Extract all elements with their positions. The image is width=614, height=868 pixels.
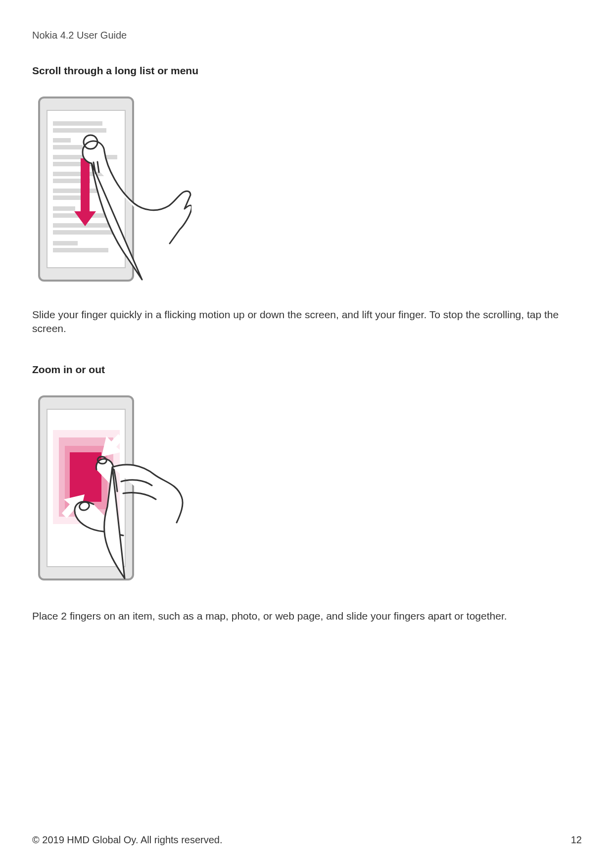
scroll-body-text: Slide your finger quickly in a flicking … (32, 308, 567, 336)
svg-rect-25 (70, 452, 101, 502)
footer-page-number: 12 (571, 834, 582, 846)
svg-rect-15 (53, 230, 115, 235)
section-title-scroll: Scroll through a long list or menu (32, 65, 582, 77)
svg-rect-4 (53, 138, 71, 143)
svg-rect-2 (53, 121, 102, 126)
svg-rect-5 (53, 145, 83, 149)
zoom-gesture-icon (38, 395, 187, 583)
page-footer: © 2019 HMD Global Oy. All rights reserve… (32, 834, 582, 846)
scroll-gesture-icon (38, 96, 191, 282)
svg-rect-17 (53, 248, 108, 252)
svg-rect-16 (53, 241, 78, 245)
document-page: Nokia 4.2 User Guide Scroll through a lo… (0, 0, 614, 868)
zoom-body-text: Place 2 fingers on an item, such as a ma… (32, 609, 567, 623)
page-header: Nokia 4.2 User Guide (32, 30, 582, 41)
zoom-gesture-illustration (38, 395, 582, 585)
svg-rect-12 (53, 206, 75, 211)
svg-rect-3 (53, 128, 106, 133)
scroll-gesture-illustration (38, 96, 582, 284)
svg-rect-18 (81, 158, 90, 214)
svg-rect-10 (53, 189, 100, 193)
section-title-zoom: Zoom in or out (32, 364, 582, 376)
footer-copyright: © 2019 HMD Global Oy. All rights reserve… (32, 834, 223, 846)
